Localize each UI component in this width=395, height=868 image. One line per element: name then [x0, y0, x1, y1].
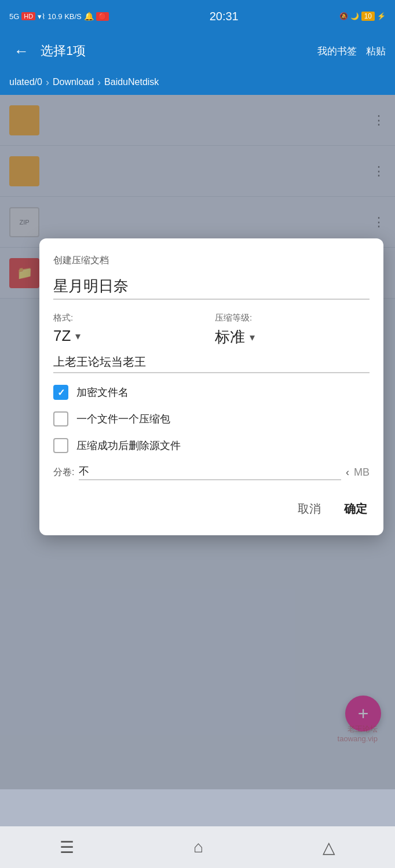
filename-input[interactable] — [53, 277, 370, 300]
status-bar: 5G HD ▾⌇ 10.9 KB/S 🔔 🔴 20:31 🔕 🌙 10 ⚡ — [0, 0, 395, 32]
format-value: 7Z — [53, 327, 71, 345]
checkmark-icon: ✓ — [57, 387, 65, 398]
one-file-row: 一个文件一个压缩包 — [53, 411, 370, 426]
status-bar-right: 🔕 🌙 10 ⚡ — [339, 12, 386, 21]
level-group: 压缩等级: 标准 ▾ — [215, 312, 370, 347]
level-dropdown-arrow: ▾ — [250, 331, 255, 344]
confirm-button[interactable]: 确定 — [342, 496, 370, 521]
split-unit: MB — [354, 466, 370, 479]
level-select[interactable]: 标准 ▾ — [215, 327, 255, 347]
charge-icon: ⚡ — [377, 12, 386, 20]
status-bar-left: 5G HD ▾⌇ 10.9 KB/S 🔔 🔴 — [9, 12, 109, 21]
encrypt-filename-label: 加密文件名 — [76, 385, 129, 399]
format-group: 格式: 7Z ▾ — [53, 312, 208, 345]
dialog-actions: 取消 确定 — [53, 496, 370, 521]
split-arrow-icon[interactable]: ‹ — [346, 466, 349, 479]
breadcrumb-sep2: › — [97, 76, 101, 89]
encrypt-filename-checkbox[interactable]: ✓ — [53, 385, 68, 400]
page-title: 选择1项 — [41, 42, 310, 60]
level-value: 标准 — [215, 327, 245, 347]
home-button[interactable]: ⌂ — [193, 838, 203, 856]
password-input[interactable] — [53, 355, 370, 373]
format-level-row: 格式: 7Z ▾ 压缩等级: 标准 ▾ — [53, 312, 370, 347]
one-file-checkbox[interactable] — [53, 411, 68, 426]
dialog-title: 创建压缩文档 — [53, 255, 370, 267]
split-label: 分卷: — [53, 466, 74, 479]
breadcrumb-part1[interactable]: ulated/0 — [9, 77, 42, 87]
delete-source-row: 压缩成功后删除源文件 — [53, 438, 370, 453]
delete-source-checkbox[interactable] — [53, 438, 68, 453]
back-nav-button[interactable]: △ — [323, 838, 335, 857]
breadcrumb-part2[interactable]: Download — [53, 77, 94, 87]
breadcrumb: ulated/0 › Download › BaiduNetdisk — [0, 69, 395, 95]
notification-icon: 🔔 — [84, 12, 94, 21]
speed-indicator: 10.9 KB/S — [47, 12, 82, 21]
bookmark-button[interactable]: 我的书签 — [317, 45, 357, 58]
file-list-background: ⋮ ⋮ ZIP ⋮ 📁 ⋮ 创建压缩文档 格式: 7Z ▾ — [0, 95, 395, 789]
split-row: 分卷: ‹ MB — [53, 465, 370, 480]
level-label: 压缩等级: — [215, 312, 370, 323]
breadcrumb-sep1: › — [46, 76, 49, 89]
split-input[interactable] — [79, 465, 341, 480]
wifi-icon: ▾⌇ — [38, 12, 45, 21]
mute-icon: 🔕 — [339, 12, 348, 20]
nav-actions: 我的书签 粘贴 — [317, 45, 386, 58]
cancel-button[interactable]: 取消 — [295, 496, 323, 521]
bottom-navigation: ☰ ⌂ △ — [0, 826, 395, 868]
create-archive-dialog: 创建压缩文档 格式: 7Z ▾ 压缩等级: 标准 ▾ — [39, 238, 383, 535]
menu-button[interactable]: ☰ — [60, 838, 74, 857]
navigation-bar: ← 选择1项 我的书签 粘贴 — [0, 32, 395, 69]
battery-indicator: 10 — [361, 12, 375, 21]
battery-small: 🔴 — [96, 12, 109, 21]
format-label: 格式: — [53, 312, 208, 323]
paste-button[interactable]: 粘贴 — [366, 45, 386, 58]
format-dropdown-arrow: ▾ — [75, 330, 81, 343]
clock: 20:31 — [210, 10, 239, 23]
hd-badge: HD — [21, 12, 35, 20]
signal-icon: 5G — [9, 12, 19, 21]
one-file-label: 一个文件一个压缩包 — [76, 412, 170, 426]
delete-source-label: 压缩成功后删除源文件 — [76, 439, 181, 453]
back-button[interactable]: ← — [9, 40, 34, 62]
breadcrumb-part3[interactable]: BaiduNetdisk — [104, 77, 159, 87]
moon-icon: 🌙 — [350, 12, 359, 20]
encrypt-filename-row: ✓ 加密文件名 — [53, 385, 370, 400]
format-select[interactable]: 7Z ▾ — [53, 327, 81, 345]
